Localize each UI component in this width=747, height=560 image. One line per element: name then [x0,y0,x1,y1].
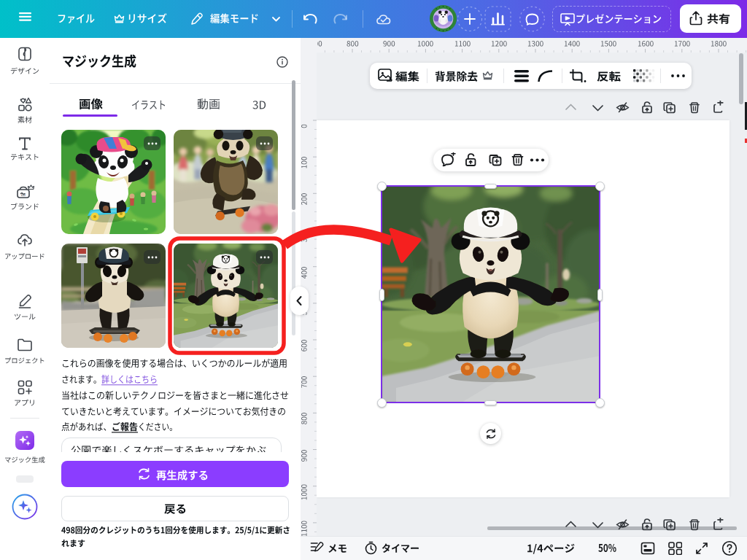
svg-text:co: co [21,192,26,197]
